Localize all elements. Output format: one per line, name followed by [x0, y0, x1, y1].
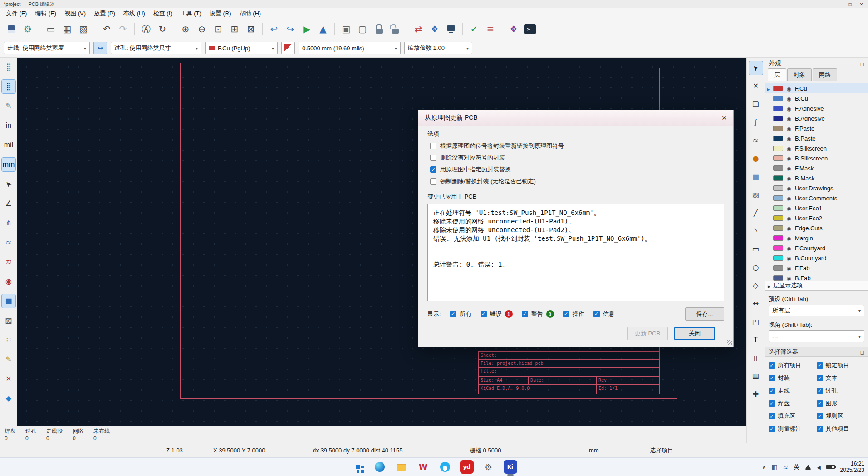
visibility-eye-icon[interactable]: [786, 115, 792, 122]
page-settings-icon[interactable]: ▭: [43, 21, 59, 37]
checkbox[interactable]: [769, 413, 775, 419]
layer-display-options-toggle[interactable]: 层显示选项: [765, 281, 868, 291]
layer-row[interactable]: B.Cu: [765, 93, 868, 103]
eco-layer-icon[interactable]: ✎: [2, 353, 15, 366]
layer-row[interactable]: User.Comments: [765, 193, 868, 203]
zone-fill-display-icon[interactable]: ■: [2, 294, 15, 308]
net-inspector-panel-icon[interactable]: ◆: [2, 392, 15, 405]
checkbox[interactable]: [817, 426, 823, 432]
layer-row[interactable]: F.Fab: [765, 263, 868, 273]
console-icon[interactable]: [522, 21, 538, 37]
settings-icon[interactable]: ⚙: [482, 460, 495, 474]
add-via-icon[interactable]: ●: [749, 152, 763, 165]
show-filter-item[interactable]: 所有: [450, 310, 471, 318]
footprint-exchange-icon[interactable]: ❖: [427, 21, 442, 37]
save-icon[interactable]: [4, 21, 19, 37]
checkbox[interactable]: [817, 413, 823, 419]
layer-color-swatch[interactable]: [773, 195, 783, 201]
layer-row[interactable]: F.Mask: [765, 163, 868, 173]
update-pcb-button[interactable]: 更新 PCB: [627, 327, 668, 340]
route-tracks-icon[interactable]: ∫: [749, 116, 763, 129]
layer-color-swatch[interactable]: [773, 96, 783, 101]
drc-markers-icon[interactable]: ≡: [483, 21, 498, 37]
draw-polygon-icon[interactable]: ◇: [749, 279, 763, 292]
checkbox[interactable]: [430, 143, 436, 149]
layer-color-swatch[interactable]: [773, 86, 783, 91]
selection-filter-item[interactable]: 封装: [769, 374, 817, 382]
update-pcb-from-schematic-icon[interactable]: ⇄: [411, 21, 426, 37]
visibility-eye-icon[interactable]: [786, 255, 792, 262]
zoom-dropdown[interactable]: 缩放倍数 1.00: [404, 42, 472, 54]
selection-filter-item[interactable]: 焊盘: [769, 399, 817, 408]
layer-color-swatch[interactable]: [773, 175, 783, 181]
grid-override-icon[interactable]: ⣿: [2, 80, 15, 93]
taskbar-clock[interactable]: 16:21 2025/2/23: [840, 461, 864, 473]
selection-filter-item[interactable]: 测量标注: [769, 425, 817, 433]
kicad-icon[interactable]: Ki: [504, 460, 517, 474]
checkbox[interactable]: [769, 375, 775, 381]
layer-row[interactable]: B.Paste: [765, 133, 868, 143]
layer-row[interactable]: F.Silkscreen: [765, 143, 868, 153]
layer-color-swatch[interactable]: [773, 165, 783, 171]
menu-item[interactable]: 视图 (V): [60, 8, 90, 19]
checkbox[interactable]: [769, 400, 775, 407]
layer-color-swatch[interactable]: [773, 265, 783, 271]
close-button[interactable]: ✕: [860, 2, 863, 7]
refresh-icon[interactable]: ↻: [155, 21, 170, 37]
zoom-fit-objects-icon[interactable]: ⊞: [227, 21, 242, 37]
layer-row[interactable]: F.Paste: [765, 123, 868, 133]
layer-color-swatch[interactable]: [773, 136, 783, 141]
layer-row[interactable]: B.Mask: [765, 173, 868, 183]
wifi-icon[interactable]: [805, 465, 811, 470]
maximize-button[interactable]: □: [849, 2, 852, 7]
appearance-tab[interactable]: 层: [768, 68, 786, 81]
layer-color-swatch[interactable]: [773, 225, 783, 231]
selection-filter-item[interactable]: 过孔: [817, 387, 865, 395]
lock-icon[interactable]: [371, 21, 387, 37]
search-icon[interactable]: Ⓐ: [138, 21, 154, 37]
option-row[interactable]: 删除没有对应符号的封装: [427, 152, 724, 164]
ratsnest-visibility-icon[interactable]: ⋔: [2, 216, 15, 230]
tune-length-icon[interactable]: ≈: [749, 134, 763, 147]
option-row[interactable]: 强制删除/替换封装 (无论是否已锁定): [427, 175, 724, 187]
unit-mils-icon[interactable]: mil: [2, 138, 15, 152]
layer-color-swatch[interactable]: [773, 275, 783, 281]
visibility-eye-icon[interactable]: [786, 85, 792, 92]
layer-row[interactable]: B.Silkscreen: [765, 153, 868, 163]
menu-item[interactable]: 设置 (R): [206, 8, 235, 19]
layer-row[interactable]: B.Adhesive: [765, 113, 868, 123]
file-explorer-icon[interactable]: [395, 460, 408, 474]
visibility-eye-icon[interactable]: [786, 245, 792, 252]
via-size-dropdown[interactable]: 过孔: 使用网络类尺寸: [111, 42, 201, 54]
group-icon[interactable]: ▣: [338, 21, 354, 37]
flip-board-view-icon[interactable]: ▲: [315, 21, 331, 37]
checkbox[interactable]: [593, 311, 600, 317]
redo-icon[interactable]: ↷: [115, 21, 131, 37]
polar-coordinates-icon[interactable]: ∠: [2, 197, 15, 210]
cursor-shape-icon[interactable]: ➤: [2, 177, 15, 191]
change-log[interactable]: 正在处理符号 'U1:test:SW_Push_1P1T_NO_6x6mm'。 …: [427, 204, 724, 301]
track-width-dropdown[interactable]: 走线: 使用网络类宽度: [4, 42, 90, 54]
close-dialog-button[interactable]: 关闭: [674, 327, 715, 340]
layer-color-swatch[interactable]: [773, 155, 783, 161]
via-display-icon[interactable]: ◉: [2, 275, 15, 288]
clearance-display-icon[interactable]: ✕: [2, 372, 15, 386]
add-text-icon[interactable]: T: [749, 333, 763, 347]
checkbox[interactable]: [430, 178, 436, 185]
panel-float-icon[interactable]: [860, 60, 864, 67]
layer-row[interactable]: F.Adhesive: [765, 103, 868, 113]
zone-outline-display-icon[interactable]: ▨: [2, 314, 15, 327]
tray-app-icon[interactable]: ◧: [771, 463, 777, 471]
menu-item[interactable]: 放置 (P): [90, 8, 119, 19]
add-textbox-icon[interactable]: ▯: [749, 351, 763, 365]
unlock-icon[interactable]: [387, 21, 403, 37]
selection-filter-item[interactable]: 其他项目: [817, 425, 865, 433]
checkbox[interactable]: [817, 388, 823, 394]
grid-size-dropdown[interactable]: 0.5000 mm (19.69 mils): [299, 42, 401, 54]
drc-icon[interactable]: ✓: [466, 21, 482, 37]
visibility-eye-icon[interactable]: [786, 265, 792, 272]
nav-back-icon[interactable]: ↩: [266, 21, 282, 37]
checkbox[interactable]: [817, 400, 823, 407]
checkbox[interactable]: [430, 155, 436, 161]
selection-filter-item[interactable]: 所有项目: [769, 361, 817, 369]
